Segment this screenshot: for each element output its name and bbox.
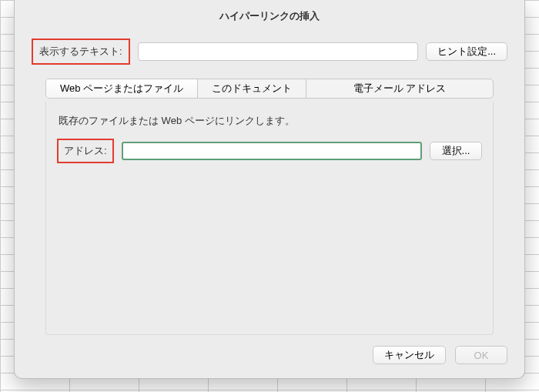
address-input[interactable] — [122, 142, 422, 160]
select-file-button[interactable]: 選択... — [430, 142, 482, 160]
display-text-input[interactable] — [138, 42, 419, 61]
dialog-footer: キャンセル OK — [15, 335, 524, 378]
address-label: アドレス: — [57, 139, 114, 163]
link-type-tabs: Web ページまたはファイル このドキュメント 電子メール アドレス — [15, 79, 524, 99]
tab-web-page-or-file[interactable]: Web ページまたはファイル — [46, 79, 198, 98]
ok-button[interactable]: OK — [455, 346, 507, 364]
tab-this-document[interactable]: このドキュメント — [198, 79, 306, 98]
insert-hyperlink-dialog: ハイパーリンクの挿入 表示するテキスト: ヒント設定... Web ページまたは… — [14, 0, 525, 379]
cancel-button[interactable]: キャンセル — [373, 346, 446, 364]
address-row: アドレス: 選択... — [57, 139, 482, 163]
display-text-label: 表示するテキスト: — [32, 39, 130, 65]
dialog-title: ハイパーリンクの挿入 — [15, 0, 524, 34]
pane-description: 既存のファイルまたは Web ページにリンクします。 — [57, 114, 482, 128]
display-text-row: 表示するテキスト: ヒント設定... — [15, 34, 524, 79]
hint-settings-button[interactable]: ヒント設定... — [426, 42, 507, 61]
tab-email-address[interactable]: 電子メール アドレス — [306, 79, 493, 98]
web-page-pane: 既存のファイルまたは Web ページにリンクします。 アドレス: 選択... — [45, 102, 494, 335]
